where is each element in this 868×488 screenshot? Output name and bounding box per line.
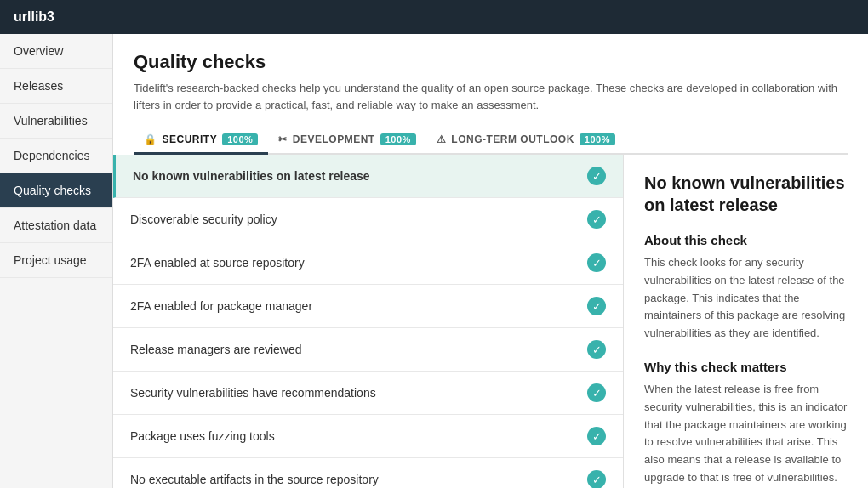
check-pass-icon-7: ✓ (587, 427, 606, 445)
why-title: Why this check matters (644, 360, 848, 374)
check-label-2: Discoverable security policy (130, 213, 277, 226)
security-tab-icon: 🔒 (144, 133, 157, 145)
sidebar-item-project-usage[interactable]: Project usage (0, 243, 112, 278)
check-pass-icon-4: ✓ (587, 297, 606, 315)
tab-security[interactable]: 🔒SECURITY100% (134, 127, 268, 155)
check-item-3[interactable]: 2FA enabled at source repository✓ (113, 241, 623, 285)
tab-development[interactable]: ✂DEVELOPMENT100% (268, 127, 425, 155)
topbar: urllib3 (0, 0, 868, 34)
check-pass-icon-3: ✓ (587, 253, 606, 272)
detail-title: No known vulnerabilities on latest relea… (644, 172, 848, 216)
check-item-4[interactable]: 2FA enabled for package manager✓ (113, 285, 623, 328)
check-label-4: 2FA enabled for package manager (130, 299, 312, 313)
sidebar-item-dependencies[interactable]: Dependencies (0, 139, 112, 173)
check-pass-icon-2: ✓ (587, 210, 606, 229)
development-tab-badge: 100% (380, 133, 416, 145)
checks-list: No known vulnerabilities on latest relea… (113, 155, 624, 488)
about-text: This check looks for any security vulner… (644, 254, 848, 343)
tab-long-term-outlook[interactable]: ⚠LONG-TERM OUTLOOK100% (426, 127, 625, 155)
main-layout: OverviewReleasesVulnerabilitiesDependenc… (0, 34, 868, 488)
checks-layout: No known vulnerabilities on latest relea… (113, 155, 868, 488)
app-title: urllib3 (14, 9, 54, 25)
check-label-1: No known vulnerabilities on latest relea… (133, 169, 370, 183)
check-item-5[interactable]: Release managers are reviewed✓ (113, 328, 623, 372)
check-item-1[interactable]: No known vulnerabilities on latest relea… (113, 155, 623, 198)
sidebar-item-releases[interactable]: Releases (0, 69, 112, 104)
page-description: Tidelift's research-backed checks help y… (134, 80, 848, 113)
check-label-8: No executable artifacts in the source re… (130, 473, 379, 486)
detail-panel: No known vulnerabilities on latest relea… (624, 155, 868, 488)
sidebar-item-quality-checks[interactable]: Quality checks (0, 173, 112, 208)
check-label-7: Package uses fuzzing tools (130, 429, 275, 443)
security-tab-badge: 100% (222, 133, 258, 145)
check-pass-icon-5: ✓ (587, 340, 606, 359)
check-item-7[interactable]: Package uses fuzzing tools✓ (113, 415, 623, 458)
check-label-6: Security vulnerabilities have recommenda… (130, 386, 376, 400)
check-label-3: 2FA enabled at source repository (130, 256, 305, 270)
main-content: Quality checks Tidelift's research-backe… (113, 34, 868, 488)
check-label-5: Release managers are reviewed (130, 343, 302, 356)
about-title: About this check (644, 233, 848, 247)
tabs-container: 🔒SECURITY100%✂DEVELOPMENT100%⚠LONG-TERM … (134, 127, 848, 155)
security-tab-label: SECURITY (163, 133, 218, 145)
check-pass-icon-6: ✓ (587, 383, 606, 402)
page-title: Quality checks (134, 51, 848, 73)
check-item-2[interactable]: Discoverable security policy✓ (113, 198, 623, 241)
sidebar: OverviewReleasesVulnerabilitiesDependenc… (0, 34, 113, 488)
sidebar-item-overview[interactable]: Overview (0, 34, 112, 69)
check-pass-icon-8: ✓ (587, 470, 606, 488)
long-term-outlook-tab-label: LONG-TERM OUTLOOK (451, 133, 574, 145)
long-term-outlook-tab-icon: ⚠ (437, 133, 447, 145)
check-item-6[interactable]: Security vulnerabilities have recommenda… (113, 372, 623, 415)
development-tab-icon: ✂ (278, 133, 288, 145)
sidebar-item-vulnerabilities[interactable]: Vulnerabilities (0, 104, 112, 139)
check-pass-icon-1: ✓ (587, 167, 606, 185)
long-term-outlook-tab-badge: 100% (580, 133, 615, 145)
sidebar-item-attestation-data[interactable]: Attestation data (0, 208, 112, 243)
development-tab-label: DEVELOPMENT (293, 133, 375, 145)
why-text: When the latest release is free from sec… (644, 381, 848, 487)
content-header: Quality checks Tidelift's research-backe… (113, 34, 868, 155)
check-item-8[interactable]: No executable artifacts in the source re… (113, 458, 623, 488)
